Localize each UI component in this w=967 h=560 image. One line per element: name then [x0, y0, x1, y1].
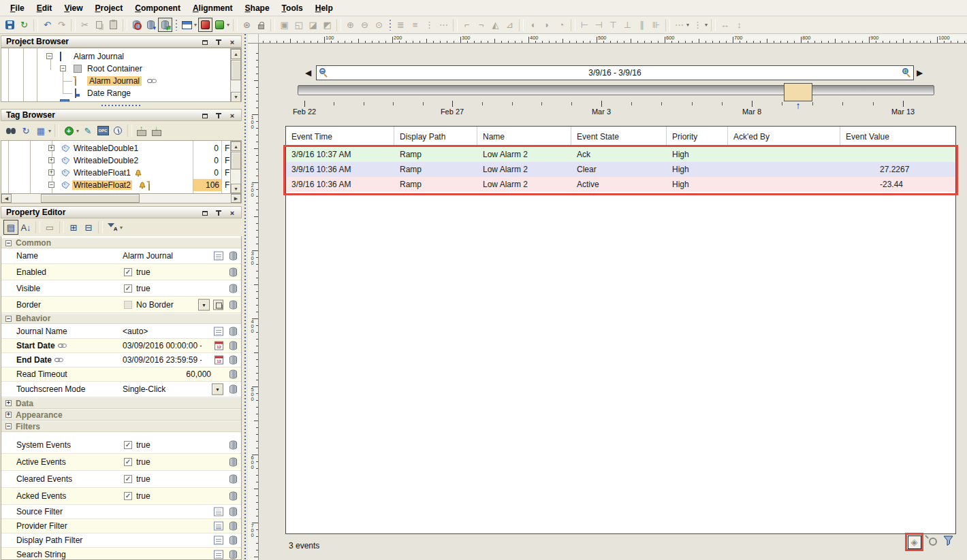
collapse-icon[interactable]: −	[60, 65, 66, 71]
property-row-enabled[interactable]: Enabled ✓ true	[1, 264, 241, 280]
text-editor-icon[interactable]	[214, 327, 223, 335]
tag-columns-icon[interactable]: ▦	[33, 123, 48, 138]
guide-vertical-icon[interactable]: ⋮	[422, 18, 437, 32]
pin-icon[interactable]	[214, 38, 223, 46]
collapse-icon[interactable]: −	[46, 53, 52, 59]
open-window-icon[interactable]	[180, 18, 194, 32]
tag-row-writeabledouble2[interactable]: + WriteableDouble2 0 F	[1, 154, 242, 167]
same-width-icon[interactable]: ↔	[718, 18, 732, 32]
collapse-all-icon[interactable]: ⊟	[81, 220, 96, 235]
binding-icon[interactable]	[229, 300, 237, 309]
dock-splitter-vertical[interactable]	[242, 34, 248, 560]
copy-icon[interactable]	[92, 18, 106, 32]
filter-properties-icon-dropdown[interactable]: ▾	[120, 225, 123, 231]
calendar-icon[interactable]	[215, 356, 223, 365]
shape-subtract-icon[interactable]: ◔	[554, 18, 569, 32]
menu-shape[interactable]: Shape	[239, 1, 276, 15]
property-row-read-timeout[interactable]: Read Timeout 60,000	[1, 367, 241, 382]
tag-browser-scrollbar[interactable]: ▲ ▼	[230, 141, 241, 193]
scroll-thumb[interactable]	[41, 194, 140, 203]
checkbox-checked-icon[interactable]: ✓	[124, 475, 132, 483]
text-editor-icon[interactable]	[214, 508, 223, 516]
lock-icon[interactable]	[254, 18, 268, 32]
redo-icon[interactable]: ↷	[54, 18, 69, 32]
scroll-down-icon[interactable]: ▼	[231, 184, 241, 193]
tag-columns-icon-dropdown[interactable]: ▾	[48, 128, 51, 134]
checkbox-checked-icon[interactable]: ✓	[124, 268, 132, 276]
scroll-down-icon[interactable]: ▼	[231, 92, 241, 102]
text-editor-icon[interactable]	[214, 522, 223, 531]
export-tags-icon[interactable]	[149, 123, 164, 138]
section-appearance[interactable]: +Appearance	[1, 409, 241, 421]
property-row-source-filter[interactable]: Source Filter	[1, 505, 241, 519]
alarm-journal-table[interactable]: Event Time Display Path Name Event State…	[285, 126, 956, 534]
refresh-tags-icon[interactable]: ↻	[18, 123, 33, 138]
scroll-right-icon[interactable]: ▶	[231, 194, 241, 203]
property-row-active-events[interactable]: Active Events ✓ true	[1, 454, 241, 471]
align-right-icon[interactable]: ⊣	[592, 18, 606, 32]
menu-component[interactable]: Component	[129, 1, 187, 15]
flip-vertical-icon[interactable]: ⊿	[503, 18, 517, 32]
binding-icon[interactable]	[229, 458, 237, 467]
snap-to-grid-icon[interactable]: ≣	[394, 18, 408, 32]
snap-to-guides-icon[interactable]: ≡	[408, 18, 422, 32]
table-row[interactable]: 3/9/16 10:36 AM Ramp Low Alarm 2 Clear H…	[286, 162, 955, 177]
property-row-end-date[interactable]: End Date 03/09/2016 23:59:59 -...	[1, 353, 241, 367]
group-icon[interactable]: ▣	[277, 18, 291, 32]
property-row-name[interactable]: Name Alarm Journal	[1, 248, 241, 264]
filter-funnel-icon[interactable]	[942, 535, 954, 546]
distribute-horizontal-icon[interactable]: ⋯	[672, 18, 686, 32]
binding-icon[interactable]	[229, 385, 237, 394]
column-header-event-time[interactable]: Event Time	[286, 127, 394, 147]
tree-item-date-range[interactable]: Date Range	[1, 87, 230, 99]
binding-icon[interactable]	[229, 441, 237, 450]
binding-icon[interactable]	[229, 370, 237, 379]
project-browser-scrollbar[interactable]: ▲ ▼	[230, 48, 241, 102]
dropdown-icon[interactable]: ▼	[198, 299, 210, 310]
close-icon[interactable]: ×	[227, 38, 237, 46]
table-row[interactable]: 3/9/16 10:37 AM Ramp Low Alarm 2 Ack Hig…	[286, 147, 955, 162]
scroll-up-icon[interactable]: ▲	[231, 49, 241, 59]
rotate-right-icon[interactable]: ¬	[474, 18, 488, 32]
distribute-horizontal-icon-dropdown[interactable]: ▾	[686, 22, 689, 28]
db-download-icon[interactable]	[144, 18, 158, 32]
expand-icon[interactable]: +	[48, 169, 54, 176]
db-update-icon[interactable]	[158, 18, 172, 32]
text-editor-icon[interactable]	[214, 252, 223, 261]
open-window-icon-dropdown[interactable]: ▾	[194, 22, 197, 28]
border-editor-icon[interactable]	[213, 299, 223, 310]
tree-item-root-container[interactable]: − Root Container	[1, 63, 230, 75]
opc-browser-icon[interactable]	[95, 123, 110, 138]
menu-tools[interactable]: Tools	[276, 1, 309, 15]
collapse-icon[interactable]: −	[48, 182, 54, 188]
column-header-display-path[interactable]: Display Path	[394, 127, 477, 147]
checkbox-checked-icon[interactable]: ✓	[124, 458, 132, 466]
tree-item-window-alarm-journal[interactable]: − Alarm Journal	[1, 50, 230, 63]
property-row-journal-name[interactable]: Journal Name <auto>	[1, 324, 241, 339]
expand-all-icon[interactable]: ⊞	[66, 220, 81, 235]
tag-browser-hscrollbar[interactable]: ◀ ▶	[1, 193, 242, 203]
align-top-icon[interactable]: ⊤	[606, 18, 620, 32]
rotate-left-icon[interactable]: ⌐	[460, 18, 474, 32]
categorized-view-icon[interactable]: ▤	[3, 220, 18, 235]
binding-icon[interactable]	[229, 327, 237, 335]
flip-horizontal-icon[interactable]: ◭	[488, 18, 503, 32]
property-row-acked-events[interactable]: Acked Events ✓ true	[1, 488, 241, 505]
property-row-visible[interactable]: Visible ✓ true	[1, 280, 241, 297]
section-behavior[interactable]: −Behavior	[1, 313, 241, 324]
tree-item-alarm-journal-component[interactable]: Alarm Journal	[1, 75, 230, 87]
import-tags-icon[interactable]	[134, 123, 149, 138]
description-pane-icon[interactable]: ▭	[42, 220, 57, 235]
add-tag-icon[interactable]	[61, 123, 76, 138]
float-icon[interactable]	[200, 38, 210, 46]
tag-row-writeablefloat2[interactable]: − WriteableFloat2 106 F	[1, 179, 242, 191]
dropdown-icon[interactable]: ▼	[212, 384, 223, 395]
checkbox-checked-icon[interactable]: ✓	[124, 284, 132, 293]
distribute-vertical-icon[interactable]: ⋮	[691, 18, 705, 32]
property-row-system-events[interactable]: System Events ✓ true	[1, 437, 241, 454]
property-row-search-string[interactable]: Search String	[1, 548, 241, 560]
binding-icon[interactable]	[229, 492, 237, 501]
paste-icon[interactable]	[106, 18, 121, 32]
section-common[interactable]: −Common	[1, 237, 241, 248]
column-header-event-state[interactable]: Event State	[571, 127, 667, 147]
